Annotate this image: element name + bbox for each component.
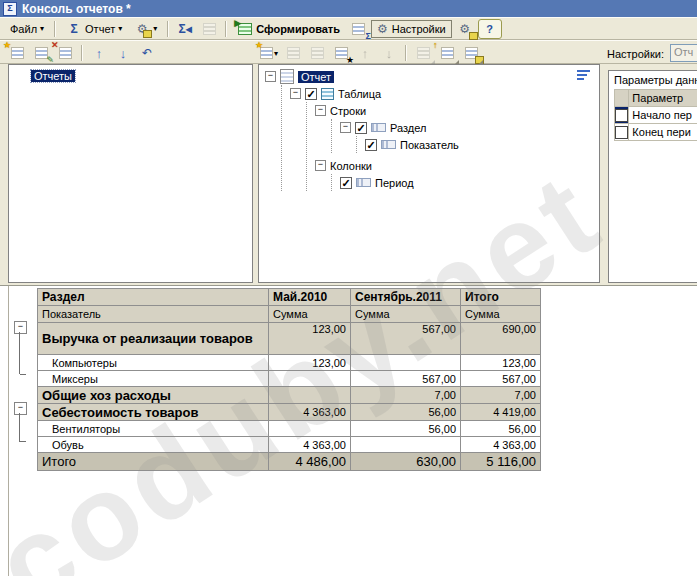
checkbox-checked[interactable]: ✓	[305, 88, 317, 100]
tree-node-section[interactable]: − ✓ Раздел	[340, 119, 599, 136]
report-options-button[interactable]: ⚙ ▾	[129, 20, 162, 38]
move-up-button[interactable]: ↑	[88, 43, 110, 63]
edit-node-button[interactable]	[282, 43, 304, 63]
table-row: Компьютеры 123,00 123,00	[38, 355, 541, 371]
tree-node-period[interactable]: ✓ Период	[340, 174, 599, 191]
cell-value: 56,00	[461, 421, 541, 437]
table-row: Себестоимость товаров 4 363,00 56,00 4 4…	[38, 404, 541, 421]
collapse-icon[interactable]: −	[315, 160, 326, 171]
up-arrow-icon: ↑	[433, 41, 438, 50]
cell-value: 7,00	[461, 387, 541, 404]
cell-value: 567,00	[461, 371, 541, 387]
header-cell: Май.2010	[269, 289, 351, 306]
help-button[interactable]: ?	[478, 19, 502, 39]
parameter-name: Начало пер	[629, 107, 697, 124]
tree-node-indicator[interactable]: ✓ Показатель	[365, 136, 599, 153]
menu-file-label: Файл	[10, 23, 37, 35]
group-bracket-foot	[20, 441, 26, 442]
node-up-button[interactable]: ↑	[354, 43, 376, 63]
return-report-button[interactable]	[198, 19, 220, 39]
save-settings-button[interactable]: ⚙	[454, 19, 476, 39]
add-report-button[interactable]: ★	[6, 43, 28, 63]
row-label: Миксеры	[38, 371, 269, 387]
cell-value	[269, 371, 351, 387]
restore-order-button[interactable]: ↶	[136, 43, 158, 63]
row-label: Вентиляторы	[38, 421, 269, 437]
checkbox-unchecked[interactable]	[615, 109, 628, 122]
delete-node-button[interactable]	[306, 43, 328, 63]
tree-node-report[interactable]: − Отчет	[265, 68, 599, 85]
report-result-area: − − Раздел Май.2010 Сентябрь.2011 Итого …	[0, 285, 697, 576]
help-label: ?	[486, 23, 493, 35]
menu-file[interactable]: Файл ▾	[5, 22, 49, 36]
data-parameters-title: Параметры данн	[609, 71, 697, 89]
main-toolbar: Файл ▾ Σ Отчет ▾ ⚙ ▾ Σ◂ ▶ Сформировать	[0, 17, 697, 40]
report-document-icon	[280, 69, 294, 84]
checkbox-checked[interactable]: ✓	[365, 139, 377, 151]
header-cell: Сентябрь.2011	[351, 289, 461, 306]
toolbar-separator	[405, 45, 407, 61]
parameter-row[interactable]: Начало пер	[615, 107, 697, 124]
report-structure-panel: − Отчет − ✓ Таблица − Строки − ✓	[258, 64, 600, 283]
up-arrow-icon: ↑	[362, 46, 369, 61]
cell-value: 123,00	[269, 355, 351, 371]
node-properties-button[interactable]: ★	[330, 43, 352, 63]
load-settings-button[interactable]	[412, 43, 434, 63]
settings-toggle-button[interactable]: ⚙ Настройки	[371, 20, 452, 38]
down-arrow-icon: ↓	[386, 46, 393, 61]
play-icon: ▶	[234, 19, 241, 28]
settings-combo[interactable]: Отч	[670, 44, 697, 62]
parameters-table: Параметр Начало пер Конец пери	[614, 89, 697, 141]
checkbox-checked[interactable]: ✓	[355, 122, 367, 134]
cell-value	[269, 387, 351, 404]
cell-value: 4 419,00	[461, 404, 541, 421]
up-arrow-icon: ↑	[96, 46, 103, 61]
move-down-button[interactable]: ↓	[112, 43, 134, 63]
checkbox-checked[interactable]: ✓	[340, 177, 352, 189]
tree-node-report-label: Отчет	[298, 71, 334, 83]
row-label: Выручка от реализации товаров	[38, 323, 269, 355]
tree-node-rows[interactable]: − Строки	[315, 102, 599, 119]
save-variant-button[interactable]	[460, 43, 482, 63]
header-cell: Раздел	[38, 289, 269, 306]
sigma-in-icon: Σ◂	[179, 22, 192, 36]
table-row: Миксеры 567,00 567,00	[38, 371, 541, 387]
tree-node-table[interactable]: − ✓ Таблица	[290, 85, 599, 102]
collapse-icon[interactable]: −	[265, 71, 276, 82]
tree-node-columns[interactable]: − Колонки	[315, 157, 599, 174]
parameter-checkbox-cell[interactable]	[615, 107, 629, 124]
subheader-cell: Сумма	[461, 306, 541, 323]
collapse-icon[interactable]: −	[290, 88, 301, 99]
load-report-button[interactable]: Σ◂	[174, 19, 196, 39]
group-collapse-icon[interactable]: −	[14, 402, 27, 415]
secondary-toolbar: ★ ✎ ✕ ↑ ↓ ↶ ★ ▾ ★ ↑ ↓	[0, 40, 697, 64]
collapse-icon[interactable]: −	[340, 122, 351, 133]
add-node-button[interactable]: ★ ▾	[258, 43, 280, 63]
toolbar-separator	[225, 21, 227, 37]
menu-report[interactable]: Σ Отчет ▾	[61, 20, 127, 38]
cell-value: 123,00	[461, 355, 541, 371]
app-icon: Σ	[3, 2, 17, 16]
edit-report-button[interactable]: ✎	[30, 43, 52, 63]
tree-node-columns-label: Колонки	[330, 160, 372, 172]
checkbox-unchecked[interactable]	[615, 126, 628, 139]
parameter-row[interactable]: Конец пери	[615, 124, 697, 141]
parameter-checkbox-cell[interactable]	[615, 124, 629, 141]
group-bracket-line	[19, 413, 20, 442]
undo-icon: ↶	[142, 46, 152, 60]
group-collapse-icon[interactable]: −	[14, 321, 27, 334]
structure-list-icon	[577, 70, 591, 82]
collapse-icon[interactable]: −	[315, 105, 326, 116]
tree-node-indicator-label: Показатель	[400, 139, 459, 151]
totals-button[interactable]: Σ	[347, 19, 369, 39]
export-settings-button[interactable]: ↑	[436, 43, 458, 63]
table-grid-icon	[321, 88, 334, 100]
delete-report-button[interactable]: ✕	[54, 43, 76, 63]
node-down-button[interactable]: ↓	[378, 43, 400, 63]
group-bracket-line	[19, 332, 20, 374]
cell-value: 690,00	[461, 323, 541, 355]
row-label: Итого	[38, 453, 269, 471]
reports-list-item[interactable]: Отчеты	[31, 70, 75, 82]
report-table: Раздел Май.2010 Сентябрь.2011 Итого Пока…	[37, 288, 541, 471]
generate-button[interactable]: ▶ Сформировать	[232, 20, 345, 38]
